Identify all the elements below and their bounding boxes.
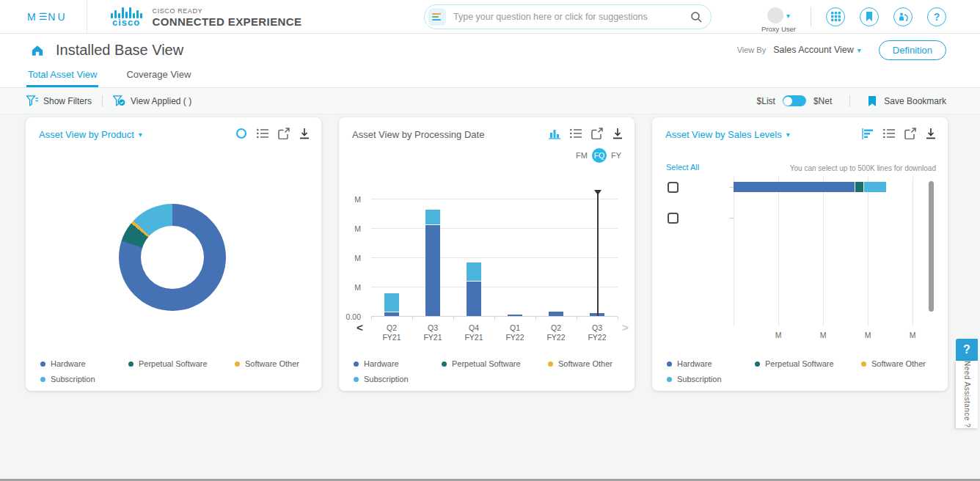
sales-levels-plot: MMMM xyxy=(734,177,913,326)
sales-levels-card-title-dropdown[interactable]: Asset View by Sales Levels ▾ xyxy=(665,129,790,140)
brand-subtitle: CISCO READY xyxy=(153,7,302,15)
legend-dot-icon xyxy=(354,377,359,382)
tab-coverage-view[interactable]: Coverage View xyxy=(125,66,192,87)
legend-label: Perpetual Software xyxy=(452,359,521,368)
legend-label: Subscription xyxy=(51,375,95,383)
show-filters-button[interactable]: Show Filters xyxy=(26,95,92,106)
download-icon[interactable] xyxy=(299,128,310,139)
chevron-left-icon[interactable]: < xyxy=(356,321,363,334)
bar-q2-fy22[interactable] xyxy=(549,312,563,316)
select-all-link[interactable]: Select All xyxy=(666,163,699,172)
need-assistance-panel[interactable]: Need Assistance ? xyxy=(956,361,978,428)
legend-item: Software Other xyxy=(861,359,926,368)
card-title-text: Asset View by Processing Date xyxy=(352,129,484,140)
list-view-icon[interactable] xyxy=(570,128,582,139)
filter-check-icon xyxy=(113,95,125,106)
horizontal-bar-chart-type-icon[interactable] xyxy=(862,128,874,139)
bar-segment-hardware xyxy=(384,312,399,316)
chart-scrollbar[interactable] xyxy=(929,181,934,312)
legend-dot-icon xyxy=(40,377,45,382)
period-option-fq[interactable]: FQ xyxy=(592,148,607,163)
search-icon[interactable] xyxy=(690,11,702,23)
cisco-logo-icon: CISCO xyxy=(111,7,142,27)
period-option-fm[interactable]: FM xyxy=(576,151,588,160)
x-tick-label: M xyxy=(812,331,834,339)
legend-dot-icon xyxy=(235,361,240,367)
hbar-row[interactable] xyxy=(734,182,887,192)
legend-item: Software Other xyxy=(235,359,299,368)
card-asset-view-by-sales-levels: Asset View by Sales Levels ▾ Select All … xyxy=(652,117,948,391)
list-net-toggle[interactable] xyxy=(783,95,806,106)
legend-label: Hardware xyxy=(51,359,86,368)
bar-segment-hardware xyxy=(508,315,522,316)
show-filters-label: Show Filters xyxy=(43,96,92,106)
chevron-right-icon[interactable]: > xyxy=(622,321,629,334)
view-by-select[interactable]: Sales Account View ▾ xyxy=(773,45,861,55)
y-tick-label: M xyxy=(354,254,361,262)
x-tick xyxy=(412,317,413,320)
list-view-icon[interactable] xyxy=(883,128,895,139)
search-input[interactable] xyxy=(453,12,690,22)
bar-chart-type-icon[interactable] xyxy=(549,128,560,139)
suggestions-icon[interactable] xyxy=(428,8,446,26)
save-bookmark-button[interactable]: Save Bookmark xyxy=(884,96,946,106)
definition-button[interactable]: Definition xyxy=(879,40,946,60)
need-assistance-button[interactable]: ? xyxy=(956,339,978,361)
open-in-new-icon[interactable] xyxy=(278,128,290,139)
proxy-user-menu[interactable]: ▾ Proxy User xyxy=(761,7,796,33)
hamburger-icon: ☰ xyxy=(39,11,48,22)
bar-q2-fy21[interactable] xyxy=(384,293,399,316)
product-donut-chart[interactable] xyxy=(119,204,226,311)
view-applied-button[interactable]: View Applied ( ) xyxy=(113,95,191,106)
view-applied-label: View Applied ( ) xyxy=(131,96,191,106)
row-checkbox[interactable] xyxy=(668,182,679,193)
gridline xyxy=(371,257,618,258)
x-tick xyxy=(577,317,577,320)
gridline xyxy=(371,228,618,229)
open-in-new-icon[interactable] xyxy=(591,128,603,139)
gridline xyxy=(778,177,779,326)
row-tick xyxy=(729,218,734,219)
legend-label: Subscription xyxy=(364,375,409,383)
download-icon[interactable] xyxy=(926,128,936,139)
x-tick-label: M xyxy=(857,331,879,339)
filter-icon xyxy=(26,95,38,106)
divider xyxy=(849,95,850,107)
dashboard-content: Asset View by Product ▾ HardwarePerpetua… xyxy=(0,114,980,481)
legend-dot-icon xyxy=(40,361,45,367)
legend-dot-icon xyxy=(128,361,134,367)
bar-q3-fy21[interactable] xyxy=(425,210,440,316)
apps-grid-icon[interactable] xyxy=(826,7,845,26)
period-option-fy[interactable]: FY xyxy=(611,151,621,160)
x-axis-label: Q1FY22 xyxy=(494,323,535,342)
legend-item: Hardware xyxy=(354,359,442,368)
proxy-user-label: Proxy User xyxy=(761,25,796,33)
chevron-down-icon[interactable]: ▾ xyxy=(786,12,790,20)
legend-item: Subscription xyxy=(354,375,442,383)
open-in-new-icon[interactable] xyxy=(904,128,916,139)
card-asset-view-by-processing-date: Asset View by Processing Date FMFQFY 0.0… xyxy=(339,117,635,391)
help-icon[interactable]: ? xyxy=(927,7,946,26)
chart-legend: HardwarePerpetual SoftwareSoftware Other… xyxy=(667,359,926,383)
search-bar[interactable] xyxy=(424,4,712,29)
bar-q1-fy22[interactable] xyxy=(508,315,522,316)
x-axis-label: Q2FY21 xyxy=(371,323,412,342)
avatar[interactable] xyxy=(767,7,783,23)
donut-chart-type-icon[interactable] xyxy=(235,128,247,139)
toggle-knob[interactable] xyxy=(783,97,792,106)
gridline xyxy=(868,177,869,326)
guided-tour-icon[interactable] xyxy=(893,7,913,26)
tab-total-asset-view[interactable]: Total Asset View xyxy=(26,66,98,87)
y-tick-label: M xyxy=(354,283,361,292)
list-view-icon[interactable] xyxy=(257,128,268,139)
legend-item: Hardware xyxy=(667,359,755,368)
bookmarks-icon[interactable] xyxy=(860,7,879,26)
home-icon[interactable] xyxy=(31,44,44,56)
bar-q4-fy21[interactable] xyxy=(467,262,481,316)
tab-bar: Total Asset View Coverage View xyxy=(0,66,980,88)
menu-button[interactable]: M☰NU xyxy=(27,11,67,23)
product-card-title-dropdown[interactable]: Asset View by Product ▾ xyxy=(39,129,142,140)
row-checkbox[interactable] xyxy=(668,213,679,224)
menu-label-suffix: NU xyxy=(48,11,67,23)
download-icon[interactable] xyxy=(612,128,623,139)
